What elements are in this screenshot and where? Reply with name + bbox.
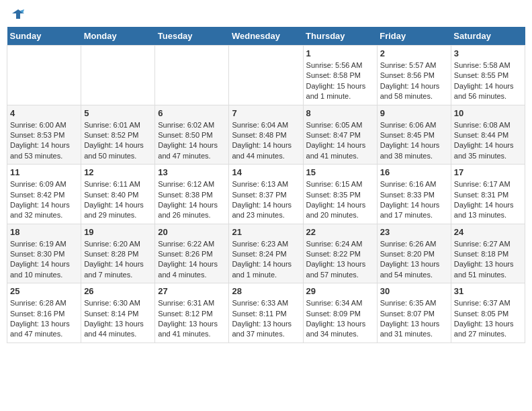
day-info: Sunrise: 6:24 AMSunset: 8:22 PMDaylight:… xyxy=(306,239,374,281)
calendar-cell: 10Sunrise: 6:08 AMSunset: 8:44 PMDayligh… xyxy=(451,105,525,165)
calendar-cell: 28Sunrise: 6:33 AMSunset: 8:11 PMDayligh… xyxy=(229,283,303,343)
header xyxy=(7,7,525,21)
day-number: 13 xyxy=(158,167,226,177)
calendar-cell: 14Sunrise: 6:13 AMSunset: 8:37 PMDayligh… xyxy=(229,165,303,224)
day-number: 5 xyxy=(84,108,152,118)
day-info: Sunrise: 6:37 AMSunset: 8:05 PMDaylight:… xyxy=(454,298,522,340)
day-of-week-header: Saturday xyxy=(451,27,525,46)
day-number: 30 xyxy=(380,286,448,296)
day-info: Sunrise: 6:35 AMSunset: 8:07 PMDaylight:… xyxy=(380,298,448,340)
calendar-header-row: SundayMondayTuesdayWednesdayThursdayFrid… xyxy=(7,27,525,46)
day-number: 24 xyxy=(454,227,522,237)
calendar-cell: 13Sunrise: 6:12 AMSunset: 8:38 PMDayligh… xyxy=(155,165,229,224)
calendar-week-row: 4Sunrise: 6:00 AMSunset: 8:53 PMDaylight… xyxy=(7,105,525,165)
calendar-week-row: 25Sunrise: 6:28 AMSunset: 8:16 PMDayligh… xyxy=(7,283,525,343)
day-info: Sunrise: 6:00 AMSunset: 8:53 PMDaylight:… xyxy=(10,120,78,162)
day-info: Sunrise: 6:05 AMSunset: 8:47 PMDaylight:… xyxy=(306,120,374,162)
day-info: Sunrise: 6:23 AMSunset: 8:24 PMDaylight:… xyxy=(232,239,300,281)
day-info: Sunrise: 5:58 AMSunset: 8:55 PMDaylight:… xyxy=(454,60,522,102)
calendar-cell: 2Sunrise: 5:57 AMSunset: 8:56 PMDaylight… xyxy=(377,46,451,105)
calendar-cell: 4Sunrise: 6:00 AMSunset: 8:53 PMDaylight… xyxy=(7,105,81,165)
calendar-cell: 21Sunrise: 6:23 AMSunset: 8:24 PMDayligh… xyxy=(229,224,303,283)
calendar-cell: 30Sunrise: 6:35 AMSunset: 8:07 PMDayligh… xyxy=(377,283,451,343)
calendar-cell xyxy=(7,46,81,105)
day-info: Sunrise: 6:13 AMSunset: 8:37 PMDaylight:… xyxy=(232,179,300,221)
day-info: Sunrise: 6:01 AMSunset: 8:52 PMDaylight:… xyxy=(84,120,152,162)
calendar-cell: 11Sunrise: 6:09 AMSunset: 8:42 PMDayligh… xyxy=(7,165,81,224)
day-info: Sunrise: 6:28 AMSunset: 8:16 PMDaylight:… xyxy=(10,298,78,340)
calendar-cell: 27Sunrise: 6:31 AMSunset: 8:12 PMDayligh… xyxy=(155,283,229,343)
day-of-week-header: Sunday xyxy=(7,27,81,46)
calendar-cell: 20Sunrise: 6:22 AMSunset: 8:26 PMDayligh… xyxy=(155,224,229,283)
day-number: 26 xyxy=(84,286,152,296)
day-number: 16 xyxy=(380,167,448,177)
day-number: 9 xyxy=(380,108,448,118)
calendar-cell: 6Sunrise: 6:02 AMSunset: 8:50 PMDaylight… xyxy=(155,105,229,165)
day-number: 2 xyxy=(380,48,448,58)
calendar-cell: 12Sunrise: 6:11 AMSunset: 8:40 PMDayligh… xyxy=(81,165,155,224)
day-number: 18 xyxy=(10,227,78,237)
calendar-cell: 16Sunrise: 6:16 AMSunset: 8:33 PMDayligh… xyxy=(377,165,451,224)
calendar-cell: 23Sunrise: 6:26 AMSunset: 8:20 PMDayligh… xyxy=(377,224,451,283)
day-of-week-header: Thursday xyxy=(303,27,377,46)
calendar-cell: 24Sunrise: 6:27 AMSunset: 8:18 PMDayligh… xyxy=(451,224,525,283)
day-info: Sunrise: 6:16 AMSunset: 8:33 PMDaylight:… xyxy=(380,179,448,221)
day-info: Sunrise: 5:56 AMSunset: 8:58 PMDaylight:… xyxy=(306,60,374,102)
day-info: Sunrise: 6:04 AMSunset: 8:48 PMDaylight:… xyxy=(232,120,300,162)
day-info: Sunrise: 6:17 AMSunset: 8:31 PMDaylight:… xyxy=(454,179,522,221)
day-number: 17 xyxy=(454,167,522,177)
day-of-week-header: Wednesday xyxy=(229,27,303,46)
day-number: 11 xyxy=(10,167,78,177)
calendar-cell: 22Sunrise: 6:24 AMSunset: 8:22 PMDayligh… xyxy=(303,224,377,283)
calendar-cell: 29Sunrise: 6:34 AMSunset: 8:09 PMDayligh… xyxy=(303,283,377,343)
day-number: 10 xyxy=(454,108,522,118)
calendar-cell: 8Sunrise: 6:05 AMSunset: 8:47 PMDaylight… xyxy=(303,105,377,165)
calendar-cell xyxy=(229,46,303,105)
day-info: Sunrise: 6:11 AMSunset: 8:40 PMDaylight:… xyxy=(84,179,152,221)
day-number: 12 xyxy=(84,167,152,177)
calendar-cell: 31Sunrise: 6:37 AMSunset: 8:05 PMDayligh… xyxy=(451,283,525,343)
day-number: 14 xyxy=(232,167,300,177)
day-number: 29 xyxy=(306,286,374,296)
day-of-week-header: Friday xyxy=(377,27,451,46)
day-info: Sunrise: 6:19 AMSunset: 8:30 PMDaylight:… xyxy=(10,239,78,281)
day-info: Sunrise: 6:33 AMSunset: 8:11 PMDaylight:… xyxy=(232,298,300,340)
calendar-cell: 19Sunrise: 6:20 AMSunset: 8:28 PMDayligh… xyxy=(81,224,155,283)
calendar-cell: 5Sunrise: 6:01 AMSunset: 8:52 PMDaylight… xyxy=(81,105,155,165)
day-number: 19 xyxy=(84,227,152,237)
day-number: 8 xyxy=(306,108,374,118)
day-info: Sunrise: 6:06 AMSunset: 8:45 PMDaylight:… xyxy=(380,120,448,162)
day-info: Sunrise: 6:22 AMSunset: 8:26 PMDaylight:… xyxy=(158,239,226,281)
day-info: Sunrise: 5:57 AMSunset: 8:56 PMDaylight:… xyxy=(380,60,448,102)
day-number: 21 xyxy=(232,227,300,237)
day-info: Sunrise: 6:12 AMSunset: 8:38 PMDaylight:… xyxy=(158,179,226,221)
day-info: Sunrise: 6:31 AMSunset: 8:12 PMDaylight:… xyxy=(158,298,226,340)
day-of-week-header: Monday xyxy=(81,27,155,46)
day-info: Sunrise: 6:30 AMSunset: 8:14 PMDaylight:… xyxy=(84,298,152,340)
day-number: 15 xyxy=(306,167,374,177)
calendar-cell xyxy=(81,46,155,105)
calendar-cell: 7Sunrise: 6:04 AMSunset: 8:48 PMDaylight… xyxy=(229,105,303,165)
day-info: Sunrise: 6:02 AMSunset: 8:50 PMDaylight:… xyxy=(158,120,226,162)
day-number: 22 xyxy=(306,227,374,237)
day-info: Sunrise: 6:08 AMSunset: 8:44 PMDaylight:… xyxy=(454,120,522,162)
day-number: 6 xyxy=(158,108,226,118)
day-info: Sunrise: 6:34 AMSunset: 8:09 PMDaylight:… xyxy=(306,298,374,340)
day-number: 4 xyxy=(10,108,78,118)
calendar-cell: 17Sunrise: 6:17 AMSunset: 8:31 PMDayligh… xyxy=(451,165,525,224)
calendar-week-row: 11Sunrise: 6:09 AMSunset: 8:42 PMDayligh… xyxy=(7,165,525,224)
calendar-cell: 9Sunrise: 6:06 AMSunset: 8:45 PMDaylight… xyxy=(377,105,451,165)
day-number: 27 xyxy=(158,286,226,296)
day-number: 28 xyxy=(232,286,300,296)
day-info: Sunrise: 6:20 AMSunset: 8:28 PMDaylight:… xyxy=(84,239,152,281)
calendar-cell: 18Sunrise: 6:19 AMSunset: 8:30 PMDayligh… xyxy=(7,224,81,283)
day-number: 7 xyxy=(232,108,300,118)
calendar-cell: 1Sunrise: 5:56 AMSunset: 8:58 PMDaylight… xyxy=(303,46,377,105)
calendar-table: SundayMondayTuesdayWednesdayThursdayFrid… xyxy=(7,27,525,343)
calendar-cell: 3Sunrise: 5:58 AMSunset: 8:55 PMDaylight… xyxy=(451,46,525,105)
day-number: 3 xyxy=(454,48,522,58)
day-info: Sunrise: 6:09 AMSunset: 8:42 PMDaylight:… xyxy=(10,179,78,221)
day-info: Sunrise: 6:27 AMSunset: 8:18 PMDaylight:… xyxy=(454,239,522,281)
day-info: Sunrise: 6:26 AMSunset: 8:20 PMDaylight:… xyxy=(380,239,448,281)
day-of-week-header: Tuesday xyxy=(155,27,229,46)
